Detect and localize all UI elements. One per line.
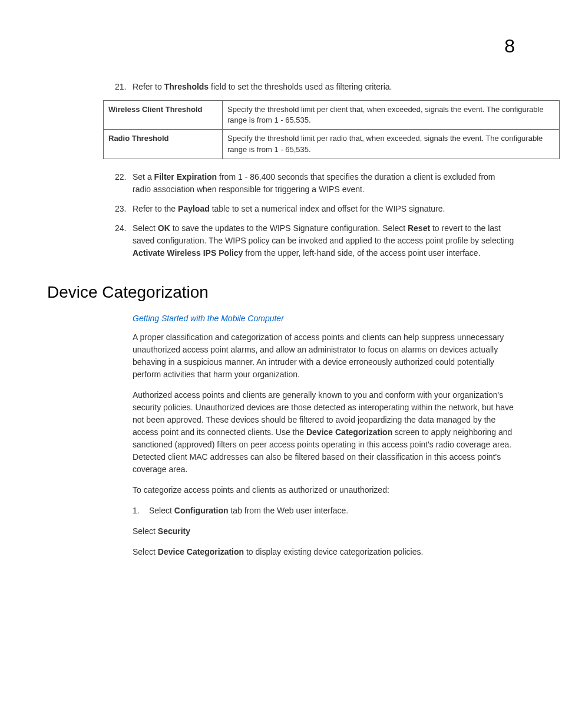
row-desc: Specify the threshold limit per radio th…	[223, 130, 560, 159]
row-label: Wireless Client Threshold	[104, 101, 223, 130]
text-bold: Payload	[178, 204, 210, 213]
list-number: 22.	[115, 171, 126, 183]
list-item-22: 22. Set a Filter Expiration from 1 - 86,…	[133, 171, 515, 196]
table-row: Wireless Client Threshold Specify the th…	[104, 101, 560, 130]
section-heading: Device Categorization	[47, 283, 515, 302]
text-pre: Select	[133, 526, 158, 536]
text-post: from the upper, left-hand side, of the a…	[243, 248, 480, 258]
text-bold: Reset	[408, 223, 430, 233]
body-paragraph: To categorize access points and clients …	[133, 484, 515, 496]
step-number: 1.	[133, 505, 140, 517]
body-paragraph: Authorized access points and clients are…	[133, 389, 515, 476]
step-item-select-device-cat: Select Device Categorization to display …	[133, 546, 515, 558]
thresholds-table: Wireless Client Threshold Specify the th…	[103, 100, 560, 159]
list-item-24: 24. Select OK to save the updates to the…	[133, 222, 515, 259]
body-paragraph: A proper classification and categorizati…	[133, 331, 515, 381]
text-pre: Refer to the	[133, 204, 178, 213]
list-text: Refer to the Payload table to set a nume…	[133, 203, 515, 215]
text-post: to display existing device categorizatio…	[244, 547, 423, 556]
step-item-select-security: Select Security	[133, 525, 515, 538]
list-text: Select OK to save the updates to the WIP…	[133, 222, 515, 259]
list-item-21: 21. Refer to Thresholds field to set the…	[133, 81, 515, 93]
text-bold: Thresholds	[164, 82, 209, 91]
list-number: 24.	[115, 222, 126, 235]
step-text: Select Configuration tab from the Web us…	[149, 505, 515, 517]
step-item-1: 1. Select Configuration tab from the Web…	[133, 505, 515, 517]
list-item-23: 23. Refer to the Payload table to set a …	[133, 203, 515, 215]
chapter-number: 8	[47, 35, 515, 57]
text-pre: Refer to	[133, 82, 164, 91]
text-pre: Select	[149, 506, 174, 515]
text-bold: Activate Wireless IPS Policy	[133, 248, 243, 258]
text-bold: Configuration	[174, 506, 229, 515]
text-post: tab from the Web user interface.	[229, 506, 349, 515]
table-row: Radio Threshold Specify the threshold li…	[104, 130, 560, 159]
row-label: Radio Threshold	[104, 130, 223, 159]
text-post: field to set the thresholds used as filt…	[209, 82, 392, 91]
text-bold: Device Categorization	[158, 547, 244, 556]
text-bold: Device Categorization	[306, 427, 392, 437]
text-bold: Security	[158, 526, 190, 536]
list-number: 23.	[115, 203, 126, 215]
list-text: Refer to Thresholds field to set the thr…	[133, 81, 515, 93]
subtitle-link[interactable]: Getting Started with the Mobile Computer	[133, 314, 515, 323]
text-bold: Filter Expiration	[154, 172, 217, 182]
row-desc: Specify the threshold limit per client t…	[223, 101, 560, 130]
text-pre: Select	[133, 547, 158, 556]
list-number: 21.	[115, 81, 126, 93]
list-text: Set a Filter Expiration from 1 - 86,400 …	[133, 171, 515, 196]
text-pre: Select	[133, 223, 158, 233]
text-post: table to set a numerical index and offse…	[210, 204, 445, 213]
text-bold: OK	[158, 223, 170, 233]
text-mid: to save the updates to the WIPS Signatur…	[170, 223, 408, 233]
text-pre: Set a	[133, 172, 154, 182]
